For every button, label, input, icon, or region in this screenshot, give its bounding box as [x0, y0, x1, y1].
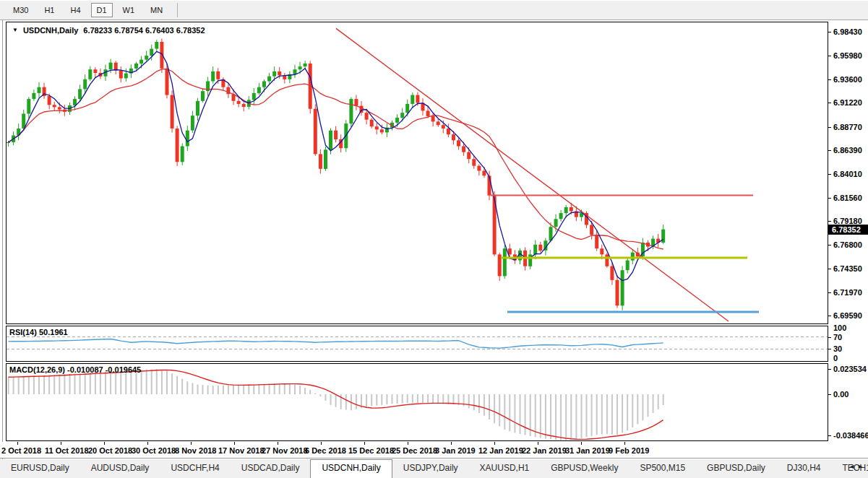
axis-label: 6.88770: [833, 123, 862, 131]
date-label: 31 Jan 2019: [565, 446, 610, 455]
axis-tick: [828, 435, 831, 436]
price-axis[interactable]: 6.78352 6.984306.959806.936006.912206.88…: [828, 22, 868, 441]
chart-ohlc-values: 6.78233 6.78754 6.76403 6.78352: [83, 26, 205, 35]
axis-tick: [828, 174, 831, 175]
tab-usdcad-daily[interactable]: USDCAD,Daily: [231, 459, 311, 478]
axis-label: 30: [833, 344, 842, 353]
date-label: 6 Dec 2018: [305, 446, 346, 455]
date-label: 30 Oct 2018: [132, 446, 176, 455]
axis-label: 6.71970: [833, 288, 862, 297]
date-label: 9 Feb 2019: [609, 446, 649, 455]
timeframe-mn-button[interactable]: MN: [145, 3, 168, 17]
date-label: 3 Jan 2019: [435, 446, 476, 455]
chart-dropdown-icon: ▼: [12, 27, 18, 33]
axis-label: -0.038466: [833, 431, 868, 440]
tabs-scroll-left-icon[interactable]: ◄: [848, 463, 857, 470]
axis-label: 0.023534: [833, 365, 867, 373]
terminal-window: M30H1H4D1W1MN ▼ USDCNH,Daily 6.78233 6.7…: [0, 0, 868, 478]
date-label: 11 Oct 2018: [45, 446, 89, 455]
date-tick: [191, 442, 192, 445]
date-tick: [364, 442, 365, 445]
timeframe-d1-button[interactable]: D1: [91, 3, 113, 17]
toolbar-separator: [177, 3, 178, 17]
date-tick: [321, 442, 322, 445]
main-chart-panel[interactable]: ▼ USDCNH,Daily 6.78233 6.78754 6.76403 6…: [6, 22, 828, 324]
date-tick: [408, 442, 408, 445]
axis-label: 6.84010: [833, 170, 862, 178]
rsi-plot[interactable]: [7, 326, 828, 361]
tab-usdcnh-daily[interactable]: USDCNH,Daily: [310, 459, 392, 478]
axis-tick: [828, 103, 831, 103]
timeframe-m30-button[interactable]: M30: [7, 3, 34, 17]
tab-usdchf-h4[interactable]: USDCHF,H4: [160, 459, 230, 478]
axis-tick: [828, 337, 831, 338]
candlestick-chart[interactable]: [7, 22, 828, 323]
rsi-panel[interactable]: RSI(14) 50.1961: [6, 326, 828, 362]
axis-tick: [828, 127, 831, 128]
window-edge: [2, 20, 3, 478]
tab-gbpusd-weekly[interactable]: GBPUSD,Weekly: [540, 459, 629, 478]
left-gutter: [0, 20, 6, 478]
date-label: 22 Jan 2019: [522, 446, 567, 455]
date-label: 20 Oct 2018: [88, 446, 132, 455]
axis-tick: [828, 221, 831, 222]
axis-tick: [828, 369, 831, 370]
date-label: 27 Nov 2018: [262, 446, 308, 455]
macd-plot[interactable]: [7, 364, 828, 440]
date-axis[interactable]: 2 Oct 201811 Oct 201820 Oct 201830 Oct 2…: [0, 442, 868, 459]
tab-gbpusd-daily[interactable]: GBPUSD,Daily: [696, 459, 776, 478]
axis-label: 6.95980: [833, 51, 862, 60]
axis-label: 6.79180: [833, 217, 862, 225]
date-tick: [234, 442, 235, 445]
tab-sp500-m15[interactable]: SP500,M15: [629, 459, 696, 478]
date-tick: [104, 442, 105, 445]
date-tick: [17, 442, 18, 445]
tab-xauusd-h1[interactable]: XAUUSD,H1: [469, 459, 541, 478]
date-tick: [61, 442, 61, 445]
date-tick: [624, 442, 625, 445]
timeframe-toolbar: M30H1H4D1W1MN: [0, 0, 868, 20]
date-tick: [581, 442, 582, 445]
date-tick: [451, 442, 452, 445]
date-label: 12 Jan 2019: [478, 446, 523, 455]
axis-label: 6.76800: [833, 240, 862, 249]
date-tick: [494, 442, 495, 445]
tab-usdjpy-daily[interactable]: USDJPY,Daily: [392, 459, 469, 478]
axis-label: 6.81560: [833, 194, 862, 202]
tabs-scroll-right-icon[interactable]: ►: [857, 463, 866, 470]
tab-eurusd-daily[interactable]: EURUSD,Daily: [0, 459, 80, 478]
date-label: 25 Dec 2018: [392, 446, 437, 455]
date-tick: [538, 442, 538, 445]
rsi-value: 50.1961: [39, 328, 68, 336]
chart-title: ▼ USDCNH,Daily 6.78233 6.78754 6.76403 6…: [12, 26, 205, 35]
tab-audusd-daily[interactable]: AUDUSD,Daily: [80, 459, 160, 478]
axis-label: 6.98430: [833, 27, 862, 36]
axis-label: 6.93600: [833, 75, 862, 84]
macd-panel[interactable]: MACD(12,26,9) -0.010087 -0.019645: [6, 363, 828, 441]
axis-tick: [828, 32, 831, 32]
axis-label: 70: [833, 333, 842, 342]
axis-label: 6.86390: [833, 146, 862, 155]
timeframe-h4-button[interactable]: H4: [64, 3, 86, 17]
axis-label: 0: [833, 354, 838, 362]
date-label: 15 Dec 2018: [348, 446, 394, 455]
axis-tick: [828, 292, 831, 293]
chart-tabs: EURUSD,DailyAUDUSD,DailyUSDCHF,H4USDCAD,…: [0, 459, 868, 478]
axis-tick: [828, 198, 831, 199]
tab-scroll-arrows: ◄►: [848, 463, 866, 470]
tab-dj30-h4[interactable]: DJ30,H4: [776, 459, 832, 478]
timeframe-h1-button[interactable]: H1: [38, 3, 60, 17]
axis-tick: [828, 349, 831, 349]
date-label: 2 Oct 2018: [1, 446, 41, 455]
axis-label: 6.74350: [833, 264, 862, 273]
axis-label: 100: [833, 323, 846, 332]
timeframe-w1-button[interactable]: W1: [117, 3, 141, 17]
axis-tick: [828, 56, 831, 56]
axis-tick: [828, 150, 831, 151]
rsi-label: RSI(14) 50.1961: [9, 328, 68, 336]
axis-label: 6.69590: [833, 311, 862, 320]
date-tick: [278, 442, 278, 445]
date-label: 8 Nov 2018: [175, 446, 216, 455]
axis-tick: [828, 269, 831, 269]
axis-label: 0.00: [833, 390, 848, 399]
